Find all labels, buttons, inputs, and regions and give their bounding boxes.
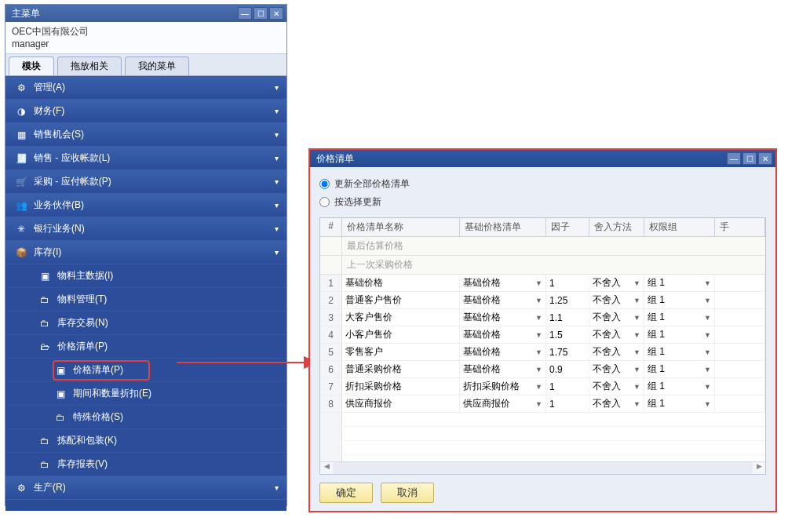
dropdown-icon[interactable]: ▼: [631, 383, 640, 391]
cell-factor[interactable]: 1: [546, 378, 589, 395]
cell-group[interactable]: 组 1▼: [644, 378, 715, 395]
scroll-right-icon[interactable]: ▶: [753, 462, 765, 474]
dropdown-icon[interactable]: ▼: [702, 348, 711, 356]
table-row[interactable]: 4小客户售价基础价格▼1.5不舍入▼组 1▼: [320, 326, 765, 344]
scroll-left-icon[interactable]: ◀: [320, 462, 333, 474]
dropdown-icon[interactable]: ▼: [702, 331, 711, 339]
menu-sales-ar[interactable]: 🧾销售 - 应收帐款(L)▾: [5, 147, 286, 170]
dropdown-icon[interactable]: ▼: [533, 279, 542, 287]
menu-inventory[interactable]: 📦库存(I)▾: [5, 241, 286, 264]
table-row[interactable]: 7折扣采购价格折扣采购价格▼1不舍入▼组 1▼: [320, 378, 765, 395]
menu-purchase-ap[interactable]: 🛒采购 - 应付帐款(P)▾: [5, 170, 286, 194]
cancel-button[interactable]: 取消: [381, 483, 434, 503]
row-last-purchase[interactable]: 上一次采购价格: [320, 256, 765, 275]
close-button[interactable]: ✕: [269, 7, 283, 20]
cell-round[interactable]: 不舍入▼: [589, 378, 644, 395]
minimize-button[interactable]: —: [238, 7, 252, 20]
dropdown-icon[interactable]: ▼: [631, 314, 640, 322]
dropdown-icon[interactable]: ▼: [702, 279, 711, 287]
col-group-header[interactable]: 权限组: [644, 218, 715, 236]
cell-round[interactable]: 不舍入▼: [589, 309, 644, 326]
cell-round[interactable]: 不舍入▼: [589, 326, 644, 343]
dropdown-icon[interactable]: ▼: [533, 400, 542, 408]
table-row[interactable]: 3大客户售价基础价格▼1.1不舍入▼组 1▼: [320, 309, 765, 326]
dropdown-icon[interactable]: ▼: [533, 314, 542, 322]
cell-group[interactable]: 组 1▼: [644, 275, 715, 291]
col-num-header[interactable]: #: [320, 218, 342, 236]
menu-inv-trans[interactable]: 🗀库存交易(N): [5, 312, 286, 335]
cell-name[interactable]: 供应商报价: [342, 395, 460, 412]
cell-round[interactable]: 不舍入▼: [589, 395, 644, 412]
close-button[interactable]: ✕: [758, 152, 772, 165]
dropdown-icon[interactable]: ▼: [631, 331, 640, 339]
cell-extra[interactable]: [715, 292, 765, 308]
dropdown-icon[interactable]: ▼: [533, 348, 542, 356]
row-last-calc[interactable]: 最后估算价格: [320, 237, 765, 256]
col-base-header[interactable]: 基础价格清单: [460, 218, 546, 236]
cell-group[interactable]: 组 1▼: [644, 326, 715, 343]
maximize-button[interactable]: ☐: [254, 7, 268, 20]
radio-update-selected[interactable]: [319, 197, 330, 207]
cell-factor[interactable]: 1.25: [546, 292, 589, 308]
scroll-track[interactable]: [333, 462, 753, 474]
dropdown-icon[interactable]: ▼: [702, 366, 711, 373]
table-row[interactable]: 5零售客户基础价格▼1.75不舍入▼组 1▼: [320, 344, 765, 361]
dropdown-icon[interactable]: ▼: [631, 297, 640, 304]
cell-round[interactable]: 不舍入▼: [589, 361, 644, 377]
cell-name[interactable]: 折扣采购价格: [342, 378, 460, 395]
cell-extra[interactable]: [715, 361, 765, 377]
cell-group[interactable]: 组 1▼: [644, 395, 715, 412]
menu-special-price[interactable]: 🗀特殊价格(S): [5, 406, 286, 429]
dropdown-icon[interactable]: ▼: [631, 400, 640, 408]
cell-factor[interactable]: 1.1: [546, 309, 589, 326]
table-row[interactable]: 1基础价格基础价格▼1不舍入▼组 1▼: [320, 275, 765, 292]
dropdown-icon[interactable]: ▼: [533, 331, 542, 339]
menu-admin[interactable]: ⚙管理(A)▾: [5, 76, 286, 100]
dropdown-icon[interactable]: ▼: [702, 297, 711, 304]
minimize-button[interactable]: —: [727, 152, 741, 165]
dropdown-icon[interactable]: ▼: [702, 400, 711, 408]
cell-name[interactable]: 基础价格: [342, 275, 460, 291]
col-factor-header[interactable]: 因子: [546, 218, 589, 236]
dropdown-icon[interactable]: ▼: [631, 279, 640, 287]
cell-base[interactable]: 基础价格▼: [460, 292, 546, 308]
dropdown-icon[interactable]: ▼: [533, 297, 542, 304]
tab-mymenu[interactable]: 我的菜单: [125, 56, 189, 75]
dropdown-icon[interactable]: ▼: [533, 383, 542, 391]
cell-base[interactable]: 供应商报价▼: [460, 395, 546, 412]
cell-extra[interactable]: [715, 275, 765, 291]
menu-item-master[interactable]: ▣物料主数据(I): [5, 264, 286, 288]
cell-factor[interactable]: 1.5: [546, 326, 589, 343]
radio-update-all[interactable]: [319, 179, 330, 189]
cell-factor[interactable]: 1.75: [546, 344, 589, 360]
menu-finance[interactable]: ◑财务(F)▾: [5, 100, 286, 123]
horizontal-scrollbar[interactable]: ◀ ▶: [320, 461, 765, 474]
cell-base[interactable]: 基础价格▼: [460, 309, 546, 326]
menu-bp[interactable]: 👥业务伙伴(B)▾: [5, 194, 286, 217]
col-extra-header[interactable]: 手: [715, 218, 765, 236]
cell-name[interactable]: 大客户售价: [342, 309, 460, 326]
cell-group[interactable]: 组 1▼: [644, 292, 715, 308]
cell-round[interactable]: 不舍入▼: [589, 344, 644, 360]
cell-base[interactable]: 基础价格▼: [460, 344, 546, 360]
cell-extra[interactable]: [715, 395, 765, 412]
cell-group[interactable]: 组 1▼: [644, 309, 715, 326]
menu-production[interactable]: ⚙生产(R)▾: [5, 476, 286, 500]
dropdown-icon[interactable]: ▼: [631, 348, 640, 356]
maximize-button[interactable]: ☐: [742, 152, 757, 165]
cell-extra[interactable]: [715, 309, 765, 326]
menu-bank[interactable]: ✳银行业务(N)▾: [5, 217, 286, 241]
cell-factor[interactable]: 1: [546, 395, 589, 412]
cell-base[interactable]: 基础价格▼: [460, 275, 546, 291]
cell-base[interactable]: 基础价格▼: [460, 361, 546, 377]
col-name-header[interactable]: 价格清单名称: [342, 218, 460, 236]
tab-modules[interactable]: 模块: [9, 56, 54, 75]
cell-base[interactable]: 基础价格▼: [460, 326, 546, 343]
col-round-header[interactable]: 舍入方法: [589, 218, 644, 236]
menu-price-list-item[interactable]: ▣价格清单(P): [5, 359, 286, 382]
cell-name[interactable]: 小客户售价: [342, 326, 460, 343]
cell-round[interactable]: 不舍入▼: [589, 292, 644, 308]
cell-extra[interactable]: [715, 344, 765, 360]
cell-factor[interactable]: 0.9: [546, 361, 589, 377]
cell-base[interactable]: 折扣采购价格▼: [460, 378, 546, 395]
